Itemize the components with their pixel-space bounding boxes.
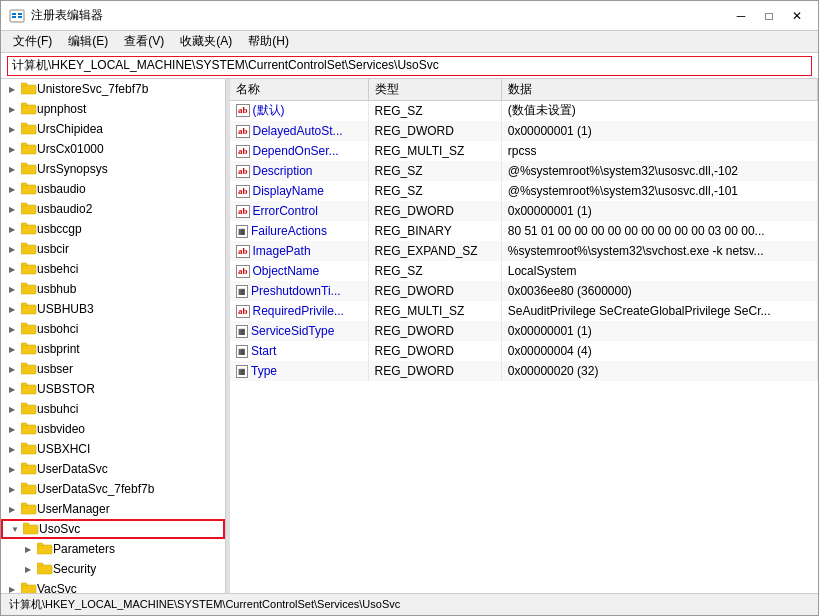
- folder-icon: [21, 581, 37, 594]
- folder-icon: [21, 101, 37, 118]
- tree-item[interactable]: ▶ UnistoreSvc_7febf7b: [1, 79, 225, 99]
- tree-item[interactable]: ▶ usbcir: [1, 239, 225, 259]
- folder-icon: [37, 541, 53, 558]
- svg-rect-41: [21, 445, 36, 454]
- binary-icon: ▦: [236, 345, 248, 358]
- registry-value-name: ErrorControl: [253, 204, 318, 218]
- registry-value-name: DisplayName: [253, 184, 324, 198]
- binary-icon: ▦: [236, 225, 248, 238]
- registry-value-name: RequiredPrivile...: [253, 304, 344, 318]
- tree-item[interactable]: ▶ usbehci: [1, 259, 225, 279]
- svg-rect-2: [12, 16, 16, 18]
- svg-rect-8: [21, 103, 27, 106]
- menu-bar: 文件(F)编辑(E)查看(V)收藏夹(A)帮助(H): [1, 31, 818, 53]
- tree-item[interactable]: ▶ usbaudio2: [1, 199, 225, 219]
- menu-item[interactable]: 文件(F): [5, 31, 60, 52]
- tree-item[interactable]: ▶ usbaudio: [1, 179, 225, 199]
- svg-rect-27: [21, 305, 36, 314]
- svg-rect-28: [21, 303, 27, 306]
- svg-rect-56: [21, 583, 27, 586]
- folder-icon: [21, 501, 37, 518]
- svg-rect-11: [21, 145, 36, 154]
- folder-icon: [21, 481, 37, 498]
- table-row[interactable]: ab ErrorControlREG_DWORD0x00000001 (1): [230, 201, 818, 221]
- tree-item-label: usbaudio: [37, 182, 86, 196]
- expand-arrow-icon: ▶: [9, 505, 21, 514]
- tree-item[interactable]: ▶ upnphost: [1, 99, 225, 119]
- table-row[interactable]: ab DependOnSer...REG_MULTI_SZrpcss: [230, 141, 818, 161]
- table-row[interactable]: ▦ TypeREG_DWORD0x00000020 (32): [230, 361, 818, 381]
- table-row[interactable]: ▦ FailureActionsREG_BINARY80 51 01 00 00…: [230, 221, 818, 241]
- tree-item[interactable]: ▶ usbccgp: [1, 219, 225, 239]
- menu-item[interactable]: 收藏夹(A): [172, 31, 240, 52]
- tree-item[interactable]: ▶ usbser: [1, 359, 225, 379]
- expand-arrow-icon: ▶: [9, 265, 21, 274]
- menu-item[interactable]: 编辑(E): [60, 31, 116, 52]
- tree-item[interactable]: ▶ USBSTOR: [1, 379, 225, 399]
- binary-icon: ▦: [236, 365, 248, 378]
- tree-item[interactable]: ▶ USBHUB3: [1, 299, 225, 319]
- tree-item[interactable]: ▶ UserDataSvc: [1, 459, 225, 479]
- tree-item[interactable]: ▶ UrsCx01000: [1, 139, 225, 159]
- svg-rect-14: [21, 163, 27, 166]
- tree-item[interactable]: ▶ usbvideo: [1, 419, 225, 439]
- expand-arrow-icon: ▶: [9, 205, 21, 214]
- tree-item[interactable]: ▶ usbprint: [1, 339, 225, 359]
- address-input[interactable]: [7, 56, 812, 76]
- tree-item[interactable]: ▶ UserManager: [1, 499, 225, 519]
- tree-item[interactable]: ▶ Security: [1, 559, 225, 579]
- tree-item[interactable]: ▶ usbohci: [1, 319, 225, 339]
- table-row[interactable]: ab DelayedAutoSt...REG_DWORD0x00000001 (…: [230, 121, 818, 141]
- svg-rect-5: [21, 85, 36, 94]
- close-button[interactable]: ✕: [784, 6, 810, 26]
- tree-item[interactable]: ▼ UsoSvc: [1, 519, 225, 539]
- table-row[interactable]: ab ObjectNameREG_SZLocalSystem: [230, 261, 818, 281]
- expand-arrow-icon: ▶: [9, 225, 21, 234]
- tree-item-label: USBSTOR: [37, 382, 95, 396]
- table-cell-type: REG_DWORD: [368, 361, 501, 381]
- table-cell-type: REG_DWORD: [368, 121, 501, 141]
- title-bar: 注册表编辑器 ─ □ ✕: [1, 1, 818, 31]
- expand-arrow-icon: ▶: [9, 345, 21, 354]
- table-row[interactable]: ▦ StartREG_DWORD0x00000004 (4): [230, 341, 818, 361]
- table-cell-name: ab DelayedAutoSt...: [230, 121, 368, 141]
- folder-icon: [21, 341, 37, 358]
- tree-item[interactable]: ▶ UrsChipidea: [1, 119, 225, 139]
- expand-arrow-icon: ▶: [9, 145, 21, 154]
- tree-item[interactable]: ▶ USBXHCI: [1, 439, 225, 459]
- table-cell-name: ▦ Start: [230, 341, 368, 361]
- table-cell-name: ab RequiredPrivile...: [230, 301, 368, 321]
- svg-rect-1: [12, 13, 16, 15]
- svg-rect-55: [21, 585, 36, 594]
- tree-item[interactable]: ▶ UserDataSvc_7febf7b: [1, 479, 225, 499]
- tree-item[interactable]: ▶ Parameters: [1, 539, 225, 559]
- table-cell-data: rpcss: [501, 141, 817, 161]
- menu-item[interactable]: 查看(V): [116, 31, 172, 52]
- table-row[interactable]: ab RequiredPrivile...REG_MULTI_SZSeAudit…: [230, 301, 818, 321]
- table-row[interactable]: ab DescriptionREG_SZ@%systemroot%\system…: [230, 161, 818, 181]
- table-row[interactable]: ab (默认)REG_SZ(数值未设置): [230, 101, 818, 121]
- svg-rect-40: [21, 423, 27, 426]
- table-row[interactable]: ▦ PreshutdownTi...REG_DWORD0x0036ee80 (3…: [230, 281, 818, 301]
- table-row[interactable]: ab DisplayNameREG_SZ@%systemroot%\system…: [230, 181, 818, 201]
- table-cell-data: @%systemroot%\system32\usosvc.dll,-101: [501, 181, 817, 201]
- svg-rect-12: [21, 143, 27, 146]
- svg-rect-49: [23, 525, 38, 534]
- table-row[interactable]: ▦ ServiceSidTypeREG_DWORD0x00000001 (1): [230, 321, 818, 341]
- folder-icon: [21, 261, 37, 278]
- expand-arrow-icon: ▶: [9, 85, 21, 94]
- tree-item[interactable]: ▶ usbhub: [1, 279, 225, 299]
- table-row[interactable]: ab ImagePathREG_EXPAND_SZ%systemroot%\sy…: [230, 241, 818, 261]
- tree-item[interactable]: ▶ usbuhci: [1, 399, 225, 419]
- tree-item-label: UrsSynopsys: [37, 162, 108, 176]
- tree-item[interactable]: ▶ UrsSynopsys: [1, 159, 225, 179]
- tree-item[interactable]: ▶ VacSvc: [1, 579, 225, 593]
- menu-item[interactable]: 帮助(H): [240, 31, 297, 52]
- registry-value-name: ObjectName: [253, 264, 320, 278]
- svg-rect-30: [21, 323, 27, 326]
- maximize-button[interactable]: □: [756, 6, 782, 26]
- table-cell-name: ▦ Type: [230, 361, 368, 381]
- tree-item-label: Parameters: [53, 542, 115, 556]
- minimize-button[interactable]: ─: [728, 6, 754, 26]
- svg-rect-46: [21, 483, 27, 486]
